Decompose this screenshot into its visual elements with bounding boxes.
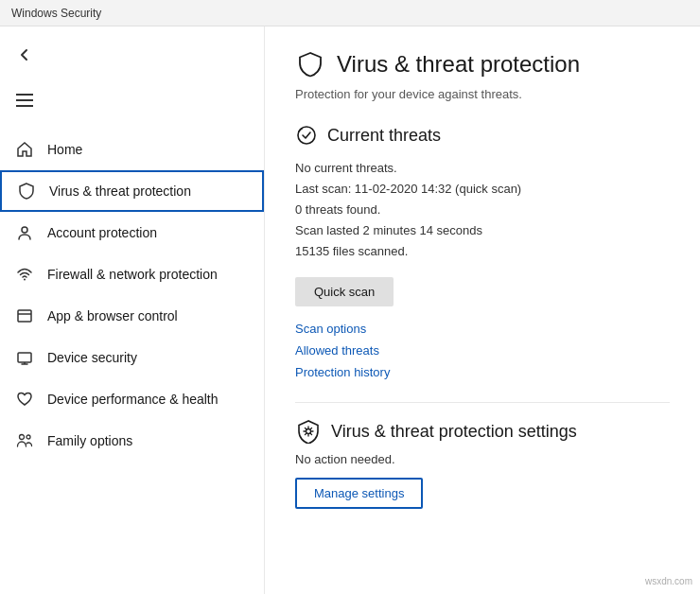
title-bar-label: Windows Security	[11, 7, 101, 20]
current-threats-section: Current threats No current threats. Last…	[295, 124, 670, 379]
current-threats-header: Current threats	[295, 124, 670, 147]
protection-settings-title: Virus & threat protection settings	[331, 422, 577, 442]
back-button[interactable]	[8, 38, 42, 72]
section-divider	[295, 402, 670, 403]
sidebar-item-device-security-label: Device security	[47, 350, 137, 365]
home-icon	[15, 140, 34, 159]
app-container: Home Virus & threat protection	[0, 26, 700, 594]
protection-history-link[interactable]: Protection history	[295, 365, 670, 379]
back-icon	[17, 47, 32, 62]
sidebar-item-home[interactable]: Home	[0, 129, 264, 170]
svg-rect-4	[18, 353, 31, 362]
svg-point-0	[22, 227, 27, 233]
sidebar-item-home-label: Home	[47, 142, 82, 157]
sidebar: Home Virus & threat protection	[0, 26, 265, 594]
device-icon	[15, 348, 34, 367]
protection-settings-header: Virus & threat protection settings	[295, 418, 670, 445]
page-subtitle: Protection for your device against threa…	[295, 87, 670, 101]
title-bar: Windows Security	[0, 0, 700, 26]
shield-icon	[17, 182, 36, 201]
current-threats-icon	[295, 124, 318, 147]
sidebar-item-device-health-label: Device performance & health	[47, 392, 219, 407]
threat-info: No current threats. Last scan: 11-02-202…	[295, 158, 670, 262]
page-header: Virus & threat protection	[295, 49, 670, 79]
sidebar-item-app-browser[interactable]: App & browser control	[0, 295, 264, 337]
quick-scan-button[interactable]: Quick scan	[295, 277, 394, 306]
browser-icon	[15, 306, 34, 325]
svg-point-7	[20, 435, 25, 440]
sidebar-item-app-browser-label: App & browser control	[47, 308, 178, 323]
sidebar-item-firewall-label: Firewall & network protection	[47, 267, 218, 282]
allowed-threats-link[interactable]: Allowed threats	[295, 343, 670, 358]
protection-settings-section: Virus & threat protection settings No ac…	[295, 418, 670, 509]
svg-rect-2	[18, 310, 31, 322]
page-title: Virus & threat protection	[337, 51, 580, 78]
threat-line4: Scan lasted 2 minutes 14 seconds	[295, 220, 670, 241]
sidebar-item-account[interactable]: Account protection	[0, 212, 264, 253]
hamburger-icon	[16, 94, 33, 107]
threat-line2: Last scan: 11-02-2020 14:32 (quick scan)	[295, 179, 670, 200]
threat-line3: 0 threats found.	[295, 200, 670, 220]
sidebar-item-device-security[interactable]: Device security	[0, 337, 264, 378]
sidebar-item-firewall[interactable]: Firewall & network protection	[0, 253, 264, 295]
protection-settings-info: No action needed.	[295, 452, 670, 466]
current-threats-title: Current threats	[327, 126, 441, 146]
watermark: wsxdn.com	[645, 576, 692, 586]
manage-settings-button[interactable]: Manage settings	[295, 478, 423, 509]
threat-line1: No current threats.	[295, 158, 670, 179]
person-icon	[15, 223, 34, 242]
settings-gear-icon	[295, 418, 322, 445]
wifi-icon	[15, 265, 34, 284]
sidebar-item-account-label: Account protection	[47, 225, 157, 240]
threat-line5: 15135 files scanned.	[295, 241, 670, 262]
sidebar-item-family[interactable]: Family options	[0, 420, 264, 462]
sidebar-item-family-label: Family options	[47, 433, 132, 448]
family-icon	[15, 431, 34, 450]
svg-point-1	[24, 279, 26, 281]
main-content: Virus & threat protection Protection for…	[265, 26, 700, 594]
page-header-shield-icon	[295, 49, 325, 79]
hamburger-button[interactable]	[8, 83, 42, 117]
svg-point-10	[306, 429, 311, 434]
sidebar-item-virus[interactable]: Virus & threat protection	[0, 170, 264, 212]
sidebar-item-device-health[interactable]: Device performance & health	[0, 378, 264, 420]
heart-icon	[15, 390, 34, 409]
sidebar-nav: Home Virus & threat protection	[0, 129, 264, 462]
sidebar-item-virus-label: Virus & threat protection	[49, 183, 191, 199]
scan-options-link[interactable]: Scan options	[295, 322, 670, 336]
svg-point-8	[26, 435, 30, 439]
